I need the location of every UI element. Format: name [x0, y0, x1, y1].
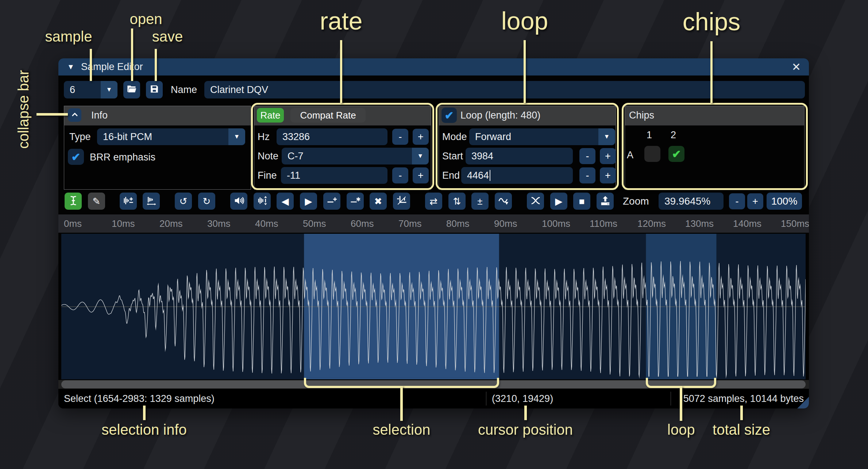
type-label: Type [69, 128, 91, 145]
sign-invert-button[interactable]: ± [471, 193, 489, 210]
info-collapse-button[interactable] [68, 108, 81, 122]
check-icon: ✔ [71, 151, 80, 163]
timeline-tick: 10ms [112, 214, 135, 233]
name-value: Clarinet DQV [210, 84, 268, 96]
annotation-line-open [131, 28, 133, 81]
annotation-total-size: total size [713, 422, 770, 438]
stop-preview-button[interactable]: ■ [573, 193, 590, 210]
annotation-line-save [155, 49, 157, 81]
preview-sample-button[interactable]: ▶ [550, 193, 567, 210]
annotation-line-sample [90, 49, 92, 81]
zoom-label: Zoom [623, 193, 649, 210]
floppy-disk-icon [150, 84, 159, 95]
fade-in-icon: ◀ [282, 197, 289, 206]
annotation-line-cursor-position [524, 406, 527, 420]
delete-button[interactable]: ✖ [370, 193, 387, 210]
plus-icon: + [752, 196, 758, 207]
apply-silence-button[interactable] [347, 193, 364, 210]
annotation-line-loop-bottom [680, 386, 682, 421]
timeline-tick: 80ms [446, 214, 470, 233]
annotation-loop-bottom: loop [667, 422, 695, 438]
amplify-button[interactable] [230, 193, 247, 210]
sign-invert-icon: ± [477, 197, 482, 206]
annotation-loop: loop [501, 7, 548, 35]
close-icon[interactable]: ✕ [792, 58, 801, 75]
annotation-open: open [130, 11, 162, 27]
status-separator [671, 392, 671, 406]
annotation-line-rate [340, 40, 342, 103]
timeline-ruler[interactable]: 0ms10ms20ms30ms40ms50ms60ms70ms80ms90ms1… [58, 214, 809, 233]
trim-button[interactable] [393, 193, 410, 210]
zoom-reset-button[interactable]: 100% [767, 193, 802, 210]
status-bar: Select (1654-2983: 1329 samples) (3210, … [58, 389, 809, 408]
annotation-line-selection [400, 386, 403, 421]
annotation-line-total-size [740, 406, 743, 420]
annotation-chips: chips [683, 7, 741, 36]
cursor-position-text: (3210, 19429) [492, 389, 553, 408]
timeline-tick: 140ms [733, 214, 761, 233]
minus-icon: - [736, 196, 739, 207]
annotation-rate: rate [320, 7, 362, 35]
invert-button[interactable]: ⇅ [448, 193, 466, 210]
timeline-tick: 20ms [159, 214, 183, 233]
save-sample-button[interactable] [146, 81, 163, 98]
open-sample-button[interactable] [123, 81, 140, 98]
timeline-tick: 30ms [207, 214, 231, 233]
insert-silence-icon [327, 195, 337, 208]
edit-mode-select-button[interactable] [65, 193, 82, 210]
chevron-up-icon [70, 110, 79, 120]
annotation-cursor-position: cursor position [478, 422, 573, 438]
status-separator [486, 392, 486, 406]
window-collapse-icon[interactable]: ▼ [67, 58, 74, 75]
annotation-line-collapse-bar [36, 113, 68, 116]
resample-button[interactable] [143, 193, 160, 210]
zoom-input[interactable]: 39.9645% [659, 193, 724, 210]
chevron-down-icon[interactable]: ▼ [101, 81, 117, 98]
folder-open-icon [127, 84, 137, 96]
timeline-tick: 110ms [590, 214, 617, 233]
annotation-collapse-bar: collapse bar [15, 70, 32, 149]
zoom-in-button[interactable]: + [747, 193, 763, 209]
total-size-text: 5072 samples, 10144 bytes [683, 389, 804, 408]
sample-index-select[interactable]: 6 ▼ [64, 81, 117, 98]
stop-preview-icon: ■ [579, 197, 585, 206]
zoom-out-button[interactable]: - [729, 193, 745, 209]
redo-button[interactable]: ↻ [198, 193, 215, 210]
make-instrument-icon [600, 195, 611, 208]
page-background: ▼ Sample Editor ✕ 6 ▼ Name Clarinet DQV … [0, 0, 868, 469]
annotation-selection: selection [373, 422, 431, 438]
apply-filter-button[interactable] [495, 193, 512, 210]
resize-button[interactable] [120, 193, 137, 210]
annotation-sample: sample [45, 28, 92, 45]
window-resize-grip[interactable] [797, 397, 809, 408]
reverse-button[interactable]: ⇄ [425, 193, 442, 210]
brr-emphasis-checkbox[interactable]: ✔ [68, 149, 84, 165]
preview-sample-icon: ▶ [555, 197, 563, 206]
fade-in-button[interactable]: ◀ [277, 193, 294, 210]
insert-silence-button[interactable] [323, 193, 340, 210]
waveform-canvas[interactable] [61, 234, 806, 379]
name-input[interactable]: Clarinet DQV [204, 81, 805, 98]
undo-icon: ↺ [180, 197, 188, 206]
undo-button[interactable]: ↺ [175, 193, 192, 210]
apply-silence-icon [350, 195, 361, 208]
name-label: Name [171, 81, 197, 98]
fade-out-button[interactable]: ▶ [300, 193, 317, 210]
annotation-save: save [152, 28, 183, 45]
info-section-title: Info [91, 106, 108, 125]
callout-loop-section [436, 103, 619, 190]
edit-mode-draw-button[interactable]: ✎ [88, 193, 105, 210]
timeline-tick: 150ms [781, 214, 809, 233]
window-titlebar: ▼ Sample Editor ✕ [58, 58, 809, 75]
crossfade-loop-button[interactable] [527, 193, 544, 210]
zoom-reset-label: 100% [771, 195, 798, 207]
sample-index-value: 6 [70, 84, 75, 96]
make-instrument-button[interactable] [597, 193, 614, 210]
edit-mode-select-icon [68, 195, 79, 208]
normalize-icon [257, 195, 268, 208]
normalize-button[interactable] [254, 193, 271, 210]
timeline-tick: 40ms [255, 214, 278, 233]
chevron-down-icon[interactable]: ▼ [228, 128, 245, 145]
type-select[interactable]: 16-bit PCM ▼ [97, 128, 245, 145]
delete-icon: ✖ [374, 197, 382, 206]
